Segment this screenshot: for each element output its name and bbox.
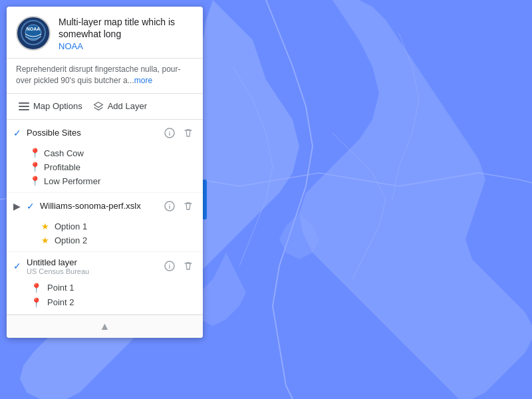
layer-items-williams-sonoma: ★ Option 1 ★ Option 2: [7, 219, 203, 251]
expand-parent-icon: ▶: [13, 201, 24, 211]
item-label-option1: Option 1: [55, 221, 87, 231]
layer-name-untitled: Untitled layer: [27, 257, 159, 267]
map-subtitle: NOAA: [59, 41, 194, 51]
left-accent-bar: [203, 180, 207, 219]
svg-text:i: i: [169, 130, 171, 137]
svg-text:i: i: [169, 203, 171, 210]
info-button-possible-sites[interactable]: i: [162, 125, 178, 141]
info-icon: i: [164, 128, 175, 138]
item-label-profitable: Profitable: [44, 162, 80, 172]
pin-blue-icon-point2: 📍: [31, 297, 42, 308]
toolbar: Map Options Add Layer: [7, 94, 203, 120]
layer-name-possible-sites: Possible Sites: [27, 128, 159, 138]
list-item: ★ Option 2: [41, 233, 203, 247]
info-button-untitled[interactable]: i: [162, 258, 178, 274]
item-label-point2: Point 2: [47, 297, 74, 307]
star-icon-option1: ★: [41, 221, 49, 231]
layer-items-possible-sites: 📍 Cash Cow 📍 Profitable 📍 Low Performer: [7, 146, 203, 192]
map-options-label: Map Options: [33, 101, 82, 111]
header-section: NOAA Multi-layer map title which is some…: [7, 7, 203, 59]
check-icon-williams-sonoma: ✓: [27, 201, 37, 211]
svg-text:NOAA: NOAA: [27, 27, 41, 31]
logo-text: NOAA: [20, 19, 47, 48]
delete-button-williams-sonoma[interactable]: [180, 198, 196, 214]
pin-blue-icon-point1: 📍: [31, 283, 42, 293]
layers-icon: [93, 101, 104, 112]
layer-group-williams-sonoma: ▶ ✓ Williams-sonoma-perf.xslx i: [7, 193, 203, 252]
more-link[interactable]: more: [134, 76, 152, 85]
info-icon: i: [164, 261, 175, 271]
census-label: US Census Bureau: [27, 267, 159, 275]
layer-actions-williams-sonoma: i: [162, 198, 196, 214]
item-label-low-performer: Low Performer: [44, 176, 100, 186]
layers-list: ✓ Possible Sites i: [7, 120, 203, 315]
item-label-cash-cow: Cash Cow: [44, 148, 84, 158]
layer-group-untitled: ✓ Untitled layer US Census Bureau i: [7, 252, 203, 315]
check-icon-possible-sites: ✓: [13, 128, 24, 138]
star-icon-option2: ★: [41, 235, 49, 245]
description-text: Reprehenderit disrupt fingerstache nulla…: [16, 65, 180, 85]
logo-circle: NOAA: [16, 16, 51, 51]
layer-items-untitled: 📍 Point 1 📍 Point 2: [7, 281, 203, 314]
item-label-option2: Option 2: [55, 235, 87, 245]
info-icon: i: [164, 201, 175, 211]
svg-text:i: i: [169, 263, 171, 270]
list-item: 📍 Point 2: [31, 295, 203, 310]
list-item: 📍 Point 1: [31, 281, 203, 295]
list-item: 📍 Low Performer: [31, 174, 203, 188]
list-item: 📍 Profitable: [31, 160, 203, 174]
trash-icon: [184, 128, 193, 138]
layer-header-untitled[interactable]: ✓ Untitled layer US Census Bureau i: [7, 252, 203, 281]
item-label-point1: Point 1: [47, 283, 74, 293]
add-layer-button[interactable]: Add Layer: [88, 98, 152, 115]
layer-actions-possible-sites: i: [162, 125, 196, 141]
pin-yellow-icon: 📍: [31, 163, 39, 171]
map-options-button[interactable]: Map Options: [13, 98, 88, 114]
delete-button-untitled[interactable]: [180, 258, 196, 274]
map-title: Multi-layer map title which is somewhat …: [59, 16, 194, 40]
layer-header-possible-sites[interactable]: ✓ Possible Sites i: [7, 120, 203, 146]
collapse-button[interactable]: ▲: [7, 315, 203, 338]
pin-red-icon: 📍: [31, 177, 39, 185]
list-item: ★ Option 1: [41, 219, 203, 233]
list-item: 📍 Cash Cow: [31, 146, 203, 160]
delete-button-possible-sites[interactable]: [180, 125, 196, 141]
layer-header-williams-sonoma[interactable]: ▶ ✓ Williams-sonoma-perf.xslx i: [7, 193, 203, 219]
trash-icon: [184, 201, 193, 211]
hamburger-icon: [19, 102, 29, 110]
layer-actions-untitled: i: [162, 258, 196, 274]
layer-group-possible-sites: ✓ Possible Sites i: [7, 120, 203, 193]
pin-green-icon: 📍: [31, 149, 39, 157]
info-button-williams-sonoma[interactable]: i: [162, 198, 178, 214]
check-icon-untitled: ✓: [13, 261, 24, 271]
trash-icon: [184, 261, 193, 271]
collapse-icon: ▲: [100, 321, 110, 332]
add-layer-label: Add Layer: [108, 101, 147, 111]
layer-name-williams-sonoma: Williams-sonoma-perf.xslx: [40, 201, 159, 211]
header-text-block: Multi-layer map title which is somewhat …: [59, 16, 194, 51]
sidebar-panel: NOAA Multi-layer map title which is some…: [7, 7, 203, 338]
description-section: Reprehenderit disrupt fingerstache nulla…: [7, 59, 203, 94]
